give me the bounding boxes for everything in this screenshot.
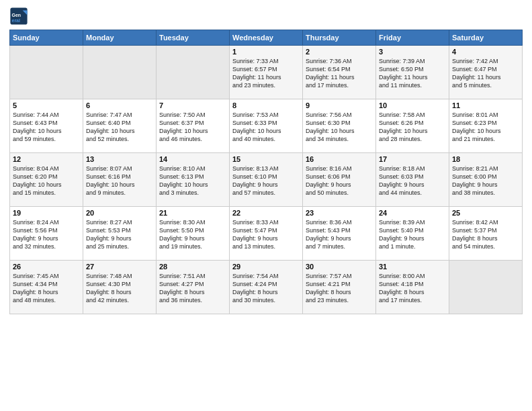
- cell-content: Sunrise: 8:01 AM Sunset: 6:23 PM Dayligh…: [452, 111, 519, 144]
- day-number: 21: [159, 209, 226, 217]
- day-number: 18: [452, 155, 519, 163]
- calendar-cell: 7Sunrise: 7:50 AM Sunset: 6:37 PM Daylig…: [157, 99, 230, 153]
- calendar-cell: 18Sunrise: 8:21 AM Sunset: 6:00 PM Dayli…: [449, 153, 523, 207]
- calendar-cell: 30Sunrise: 7:57 AM Sunset: 4:21 PM Dayli…: [303, 261, 376, 314]
- day-number: 26: [13, 263, 80, 271]
- cell-content: Sunrise: 8:21 AM Sunset: 6:00 PM Dayligh…: [452, 165, 519, 197]
- day-number: 7: [159, 101, 226, 109]
- calendar-cell: 9Sunrise: 7:56 AM Sunset: 6:30 PM Daylig…: [303, 99, 376, 153]
- calendar-cell: [10, 46, 83, 99]
- week-row-1: 5Sunrise: 7:44 AM Sunset: 6:43 PM Daylig…: [10, 99, 523, 153]
- cell-content: Sunrise: 8:00 AM Sunset: 4:18 PM Dayligh…: [379, 272, 446, 305]
- day-number: 14: [159, 155, 226, 163]
- calendar-cell: 23Sunrise: 8:36 AM Sunset: 5:43 PM Dayli…: [303, 207, 376, 261]
- cell-content: Sunrise: 8:36 AM Sunset: 5:43 PM Dayligh…: [306, 218, 373, 251]
- calendar-cell: 28Sunrise: 7:51 AM Sunset: 4:27 PM Dayli…: [157, 261, 230, 314]
- day-number: 10: [379, 101, 446, 109]
- day-number: 2: [306, 48, 373, 56]
- day-number: 22: [232, 209, 300, 217]
- cell-content: Sunrise: 8:18 AM Sunset: 6:03 PM Dayligh…: [379, 165, 446, 197]
- cell-content: Sunrise: 7:44 AM Sunset: 6:43 PM Dayligh…: [13, 111, 80, 144]
- cell-content: Sunrise: 7:47 AM Sunset: 6:40 PM Dayligh…: [86, 111, 153, 144]
- day-number: 19: [13, 209, 80, 217]
- calendar-cell: [83, 46, 157, 99]
- week-row-0: 1Sunrise: 7:33 AM Sunset: 6:57 PM Daylig…: [10, 46, 523, 99]
- day-number: 16: [306, 155, 373, 163]
- cell-content: Sunrise: 7:48 AM Sunset: 4:30 PM Dayligh…: [86, 272, 153, 305]
- cell-content: Sunrise: 7:36 AM Sunset: 6:54 PM Dayligh…: [306, 57, 373, 90]
- calendar-cell: 6Sunrise: 7:47 AM Sunset: 6:40 PM Daylig…: [83, 99, 157, 153]
- cell-content: Sunrise: 8:16 AM Sunset: 6:06 PM Dayligh…: [306, 165, 373, 197]
- calendar-cell: 20Sunrise: 8:27 AM Sunset: 5:53 PM Dayli…: [83, 207, 157, 261]
- cell-content: Sunrise: 7:45 AM Sunset: 4:34 PM Dayligh…: [13, 272, 80, 305]
- calendar-body: 1Sunrise: 7:33 AM Sunset: 6:57 PM Daylig…: [10, 46, 523, 314]
- day-header-monday: Monday: [83, 30, 157, 46]
- cell-content: Sunrise: 7:58 AM Sunset: 6:26 PM Dayligh…: [379, 111, 446, 144]
- day-header-thursday: Thursday: [303, 30, 376, 46]
- calendar-cell: 2Sunrise: 7:36 AM Sunset: 6:54 PM Daylig…: [303, 46, 376, 99]
- day-number: 17: [379, 155, 446, 163]
- calendar-cell: 27Sunrise: 7:48 AM Sunset: 4:30 PM Dayli…: [83, 261, 157, 314]
- calendar-cell: 29Sunrise: 7:54 AM Sunset: 4:24 PM Dayli…: [230, 261, 303, 314]
- cell-content: Sunrise: 7:53 AM Sunset: 6:33 PM Dayligh…: [232, 111, 300, 144]
- day-number: 31: [379, 263, 446, 271]
- day-number: 20: [86, 209, 153, 217]
- calendar-cell: 19Sunrise: 8:24 AM Sunset: 5:56 PM Dayli…: [10, 207, 83, 261]
- calendar-cell: [157, 46, 230, 99]
- day-number: 30: [306, 263, 373, 271]
- calendar-cell: 13Sunrise: 8:07 AM Sunset: 6:16 PM Dayli…: [83, 153, 157, 207]
- calendar-page: Gen eral SundayMondayTuesdayWednesdayThu…: [0, 0, 532, 411]
- day-number: 3: [379, 48, 446, 56]
- cell-content: Sunrise: 7:33 AM Sunset: 6:57 PM Dayligh…: [232, 57, 300, 90]
- svg-text:eral: eral: [12, 18, 21, 23]
- cell-content: Sunrise: 8:07 AM Sunset: 6:16 PM Dayligh…: [86, 165, 153, 197]
- day-number: 6: [86, 101, 153, 109]
- week-row-4: 26Sunrise: 7:45 AM Sunset: 4:34 PM Dayli…: [10, 261, 523, 314]
- day-number: 27: [86, 263, 153, 271]
- calendar-cell: 16Sunrise: 8:16 AM Sunset: 6:06 PM Dayli…: [303, 153, 376, 207]
- logo: Gen eral: [9, 7, 31, 26]
- cell-content: Sunrise: 8:33 AM Sunset: 5:47 PM Dayligh…: [232, 218, 300, 251]
- calendar-cell: 21Sunrise: 8:30 AM Sunset: 5:50 PM Dayli…: [157, 207, 230, 261]
- calendar-cell: 1Sunrise: 7:33 AM Sunset: 6:57 PM Daylig…: [230, 46, 303, 99]
- cell-content: Sunrise: 8:27 AM Sunset: 5:53 PM Dayligh…: [86, 218, 153, 251]
- cell-content: Sunrise: 8:04 AM Sunset: 6:20 PM Dayligh…: [13, 165, 80, 197]
- calendar-cell: 24Sunrise: 8:39 AM Sunset: 5:40 PM Dayli…: [376, 207, 449, 261]
- cell-content: Sunrise: 7:56 AM Sunset: 6:30 PM Dayligh…: [306, 111, 373, 144]
- day-headers-row: SundayMondayTuesdayWednesdayThursdayFrid…: [10, 30, 523, 46]
- week-row-2: 12Sunrise: 8:04 AM Sunset: 6:20 PM Dayli…: [10, 153, 523, 207]
- calendar-cell: 10Sunrise: 7:58 AM Sunset: 6:26 PM Dayli…: [376, 99, 449, 153]
- day-number: 25: [452, 209, 519, 217]
- day-number: 4: [452, 48, 519, 56]
- calendar-header: SundayMondayTuesdayWednesdayThursdayFrid…: [10, 30, 523, 46]
- week-row-3: 19Sunrise: 8:24 AM Sunset: 5:56 PM Dayli…: [10, 207, 523, 261]
- calendar-cell: 5Sunrise: 7:44 AM Sunset: 6:43 PM Daylig…: [10, 99, 83, 153]
- cell-content: Sunrise: 7:50 AM Sunset: 6:37 PM Dayligh…: [159, 111, 226, 144]
- calendar-cell: 26Sunrise: 7:45 AM Sunset: 4:34 PM Dayli…: [10, 261, 83, 314]
- day-header-tuesday: Tuesday: [157, 30, 230, 46]
- calendar-table: SundayMondayTuesdayWednesdayThursdayFrid…: [9, 30, 523, 314]
- cell-content: Sunrise: 7:39 AM Sunset: 6:50 PM Dayligh…: [379, 57, 446, 90]
- day-number: 9: [306, 101, 373, 109]
- day-number: 15: [232, 155, 300, 163]
- calendar-cell: 4Sunrise: 7:42 AM Sunset: 6:47 PM Daylig…: [449, 46, 523, 99]
- cell-content: Sunrise: 8:10 AM Sunset: 6:13 PM Dayligh…: [159, 165, 226, 197]
- day-header-sunday: Sunday: [10, 30, 83, 46]
- cell-content: Sunrise: 8:39 AM Sunset: 5:40 PM Dayligh…: [379, 218, 446, 251]
- calendar-cell: 22Sunrise: 8:33 AM Sunset: 5:47 PM Dayli…: [230, 207, 303, 261]
- cell-content: Sunrise: 8:42 AM Sunset: 5:37 PM Dayligh…: [452, 218, 519, 251]
- cell-content: Sunrise: 8:30 AM Sunset: 5:50 PM Dayligh…: [159, 218, 226, 251]
- cell-content: Sunrise: 7:51 AM Sunset: 4:27 PM Dayligh…: [159, 272, 226, 305]
- day-number: 1: [232, 48, 300, 56]
- cell-content: Sunrise: 7:42 AM Sunset: 6:47 PM Dayligh…: [452, 57, 519, 90]
- cell-content: Sunrise: 8:13 AM Sunset: 6:10 PM Dayligh…: [232, 165, 300, 197]
- svg-text:Gen: Gen: [12, 13, 21, 17]
- calendar-cell: 3Sunrise: 7:39 AM Sunset: 6:50 PM Daylig…: [376, 46, 449, 99]
- calendar-cell: 11Sunrise: 8:01 AM Sunset: 6:23 PM Dayli…: [449, 99, 523, 153]
- calendar-cell: 15Sunrise: 8:13 AM Sunset: 6:10 PM Dayli…: [230, 153, 303, 207]
- day-number: 28: [159, 263, 226, 271]
- day-number: 13: [86, 155, 153, 163]
- calendar-cell: 17Sunrise: 8:18 AM Sunset: 6:03 PM Dayli…: [376, 153, 449, 207]
- day-number: 8: [232, 101, 300, 109]
- header: Gen eral: [9, 7, 523, 26]
